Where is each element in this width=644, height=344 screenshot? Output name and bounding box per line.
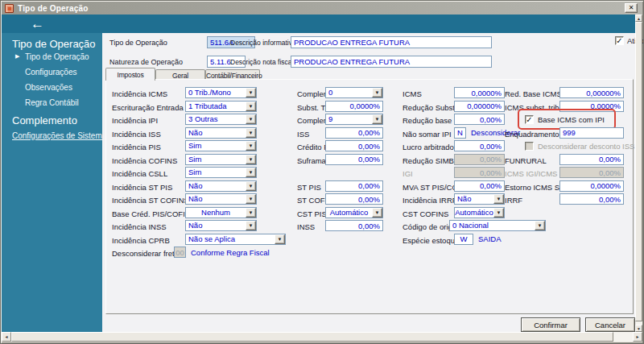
input-iss[interactable]: 0,00%	[325, 127, 383, 139]
horizontal-scroll-thumb[interactable]	[11, 332, 613, 342]
descricao-nota-fiscal-field[interactable]: PRODUCAO ENTREGA FUTURA	[291, 56, 492, 68]
chevron-down-icon[interactable]: ▼	[246, 141, 256, 151]
dropdown-base-cred-pis-cofins[interactable]: Nenhum▼	[185, 207, 257, 218]
input-enquadramento-de-ipi[interactable]: 999	[559, 127, 624, 139]
vertical-scroll-thumb[interactable]	[635, 22, 642, 321]
input-mva-st-pis-cofins[interactable]: 0,00%	[454, 180, 505, 192]
input-irrf[interactable]: 0,00%	[559, 193, 624, 205]
chevron-down-icon[interactable]: ▼	[372, 114, 382, 124]
input-reducao-simbahia[interactable]: 0,00%	[454, 154, 505, 165]
chevron-down-icon[interactable]: ▼	[246, 168, 256, 177]
form-row: Incidência INSSNão▼	[112, 220, 301, 234]
scroll-left-icon[interactable]: ◄	[2, 332, 11, 342]
sidebar-item-label: Tipo de Operação	[25, 52, 89, 61]
sidebar-item-tipo-de-operacao[interactable]: ▶ Tipo de Operação	[25, 52, 89, 61]
cancel-button[interactable]: Cancelar	[585, 317, 635, 332]
dropdown-codigo-de-origem[interactable]: 0 Nacional▼	[449, 220, 546, 231]
form-row: Estorno ICMS ST0,0000%	[505, 180, 632, 194]
input-lucro-arbitrado[interactable]: 0,00%	[454, 140, 505, 151]
dropdown-incidencia-irrf[interactable]: Não▼	[454, 193, 505, 205]
vertical-scrollbar[interactable]: ▲ ▼	[635, 15, 642, 332]
dropdown-complemento[interactable]: 9▼	[325, 114, 383, 125]
chevron-down-icon[interactable]: ▼	[372, 208, 382, 218]
chevron-down-icon[interactable]: ▼	[246, 208, 256, 218]
dropdown-incidencia-icms[interactable]: 0 Trib./Mono▼	[185, 87, 257, 98]
chevron-down-icon[interactable]: ▼	[275, 234, 285, 244]
chevron-down-icon[interactable]: ▼	[246, 128, 256, 138]
input-red-base-icms[interactable]: 0,00000%	[559, 87, 624, 98]
input-suframa[interactable]: 0,00%	[325, 154, 383, 165]
input-estorno-icms-st[interactable]: 0,0000%	[559, 180, 624, 192]
dropdown-incidencia-ipi[interactable]: 3 Outras▼	[185, 114, 257, 125]
form-column-4: Red. Base ICMS0,00000%ICMS subst. trib.0…	[505, 87, 632, 207]
form-row: Incidência PISSim▼	[112, 140, 301, 154]
input-credito-pis-cofins[interactable]: 0,00%	[325, 140, 383, 151]
field-label-icms: ICMS	[402, 89, 422, 98]
scroll-down-icon[interactable]: ▼	[635, 325, 642, 332]
input-funrural[interactable]: 0,00%	[559, 154, 624, 165]
chevron-down-icon[interactable]: ▼	[493, 208, 504, 218]
dropdown-cst-pis[interactable]: Automático▼	[325, 207, 383, 218]
dropdown-incidencia-inss[interactable]: Não▼	[185, 220, 257, 231]
input-subst-tribut-mva[interactable]: 0,0000%	[325, 101, 383, 112]
sidebar-link-configuracoes-de-sistema[interactable]: Configurações de Sistema	[12, 131, 106, 140]
back-arrow-icon[interactable]: ←	[31, 15, 44, 32]
checkbox-desconsiderar-desconto-iss[interactable]: Desconsiderar desconto ISS	[525, 141, 634, 151]
input-desconsiderar-frete[interactable]: 00	[174, 247, 186, 258]
dropdown-value: 0 Trib./Mono	[186, 88, 246, 97]
chevron-down-icon[interactable]: ▼	[246, 181, 256, 191]
form-row: Incidência CPRBNão se Aplica▼	[112, 234, 301, 247]
dropdown-incidencia-pis[interactable]: Sim▼	[185, 140, 257, 151]
dropdown-incidencia-csll[interactable]: Sim▼	[185, 167, 257, 178]
dropdown-incidencia-iss[interactable]: Não▼	[185, 127, 257, 139]
dropdown-cst-cofins[interactable]: Automático▼	[454, 207, 505, 218]
chevron-down-icon[interactable]: ▼	[246, 194, 256, 204]
input-icms[interactable]: 0,0000%	[454, 87, 505, 98]
chevron-down-icon[interactable]: ▼	[246, 221, 256, 230]
dropdown-incidencia-st-pis[interactable]: Não▼	[185, 180, 257, 192]
chevron-down-icon[interactable]: ▼	[535, 221, 545, 230]
input-reducao-subst-trib[interactable]: 0,00000%	[454, 101, 505, 112]
input-nao-somar-ipi[interactable]: N	[454, 127, 466, 139]
sidebar-item-configuracoes[interactable]: Configurações	[25, 68, 76, 77]
form-row: Espécie estoqueWSAIDA	[402, 234, 564, 247]
input-especie-estoque[interactable]: W	[454, 234, 473, 245]
chevron-down-icon[interactable]: ▼	[372, 88, 382, 97]
form-row: CST COFINSAutomático▼	[402, 207, 564, 221]
chevron-down-icon[interactable]: ▼	[246, 155, 256, 164]
dropdown-incidencia-st-cofins[interactable]: Não▼	[185, 193, 257, 205]
horizontal-scrollbar[interactable]: ◄ ►	[2, 332, 642, 342]
field-label-red-base-icms: Red. Base ICMS	[505, 89, 562, 98]
input-st-cofins[interactable]: 0,00%	[325, 193, 383, 205]
tab-impostos[interactable]: Impostos	[105, 68, 155, 81]
descricao-informativa-field[interactable]: PRODUCAO ENTREGA FUTURA	[291, 36, 492, 48]
chevron-down-icon[interactable]: ▼	[246, 88, 256, 97]
dropdown-complemento[interactable]: 0▼	[325, 87, 383, 98]
confirm-button[interactable]: Confirmar	[521, 317, 580, 332]
input-icms-igi-icms-imp-pr[interactable]: 0,00%	[559, 167, 624, 178]
close-icon[interactable]: ✕	[625, 3, 638, 13]
field-label-especie-estoque: Espécie estoque	[402, 236, 459, 245]
input-inss[interactable]: 0,00%	[325, 220, 383, 231]
descricao-nota-fiscal-label: Descrição nota fiscal	[230, 58, 293, 66]
chevron-down-icon[interactable]: ▼	[246, 102, 256, 111]
scroll-right-icon[interactable]: ►	[633, 332, 642, 342]
sidebar-item-regra-contabil[interactable]: Regra Contábil	[25, 98, 79, 107]
form-row: Incidência ST COFINSNão▼	[112, 193, 301, 207]
input-igi[interactable]: 0,00%	[454, 167, 505, 178]
sidebar-item-observacoes[interactable]: Observações	[25, 83, 72, 92]
form-column-2: Complemento0▼Subst. Tribut. (MVA)0,0000%…	[297, 87, 418, 234]
chevron-down-icon[interactable]: ▼	[246, 114, 256, 124]
field-label-cst-cofins: CST COFINS	[402, 209, 448, 218]
dropdown-incidencia-cprb[interactable]: Não se Aplica▼	[185, 234, 286, 245]
scroll-up-icon[interactable]: ▲	[635, 15, 642, 22]
chevron-down-icon[interactable]: ▼	[493, 194, 504, 204]
input-reducao-base-ipi[interactable]: 0,00%	[454, 114, 505, 125]
app-window: Tipo de Operação ✕ ← Tipo de Operação ▶ …	[0, 0, 644, 344]
form-row: Base Créd. PIS/COFINSNenhum▼	[112, 207, 301, 221]
dropdown-escrituracao-entrada[interactable]: 1 Tributada▼	[185, 101, 257, 112]
dropdown-incidencia-cofins[interactable]: Sim▼	[185, 154, 257, 165]
sidebar-section-title: Tipo de Operação	[12, 38, 96, 50]
input-st-pis[interactable]: 0,00%	[325, 180, 383, 192]
form-row: Complemento0▼	[297, 87, 418, 101]
